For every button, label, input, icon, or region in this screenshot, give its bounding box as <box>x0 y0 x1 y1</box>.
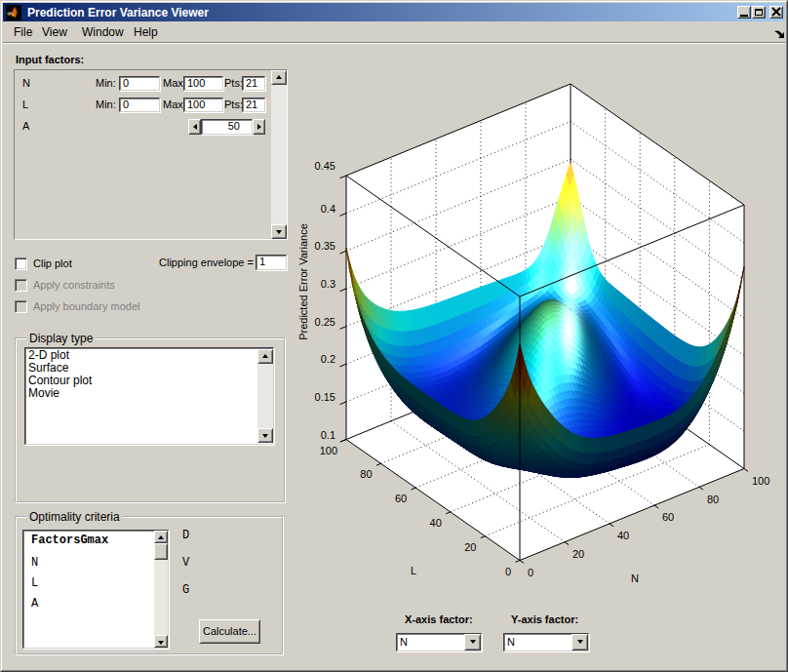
svg-text:20: 20 <box>572 548 584 560</box>
svg-text:0.25: 0.25 <box>315 316 335 328</box>
svg-text:80: 80 <box>707 494 719 505</box>
svg-text:0.3: 0.3 <box>321 278 335 290</box>
svg-text:0.4: 0.4 <box>321 203 335 215</box>
svg-text:Predicted Error Variance: Predicted Error Variance <box>297 223 309 340</box>
svg-text:0.2: 0.2 <box>321 353 335 365</box>
svg-text:60: 60 <box>395 493 407 504</box>
svg-text:0.45: 0.45 <box>315 160 335 172</box>
svg-text:100: 100 <box>320 445 337 456</box>
svg-text:60: 60 <box>662 511 674 523</box>
svg-text:20: 20 <box>464 541 476 553</box>
svg-text:100: 100 <box>752 475 769 487</box>
svg-text:40: 40 <box>430 517 442 529</box>
svg-text:80: 80 <box>360 468 372 480</box>
svg-text:0: 0 <box>528 567 533 578</box>
svg-text:0.35: 0.35 <box>315 240 335 252</box>
svg-text:0.15: 0.15 <box>315 391 335 403</box>
svg-text:40: 40 <box>617 530 629 541</box>
svg-text:0: 0 <box>505 566 511 577</box>
svg-text:0.1: 0.1 <box>321 429 335 441</box>
svg-text:L: L <box>411 565 416 576</box>
svg-text:N: N <box>631 573 639 584</box>
